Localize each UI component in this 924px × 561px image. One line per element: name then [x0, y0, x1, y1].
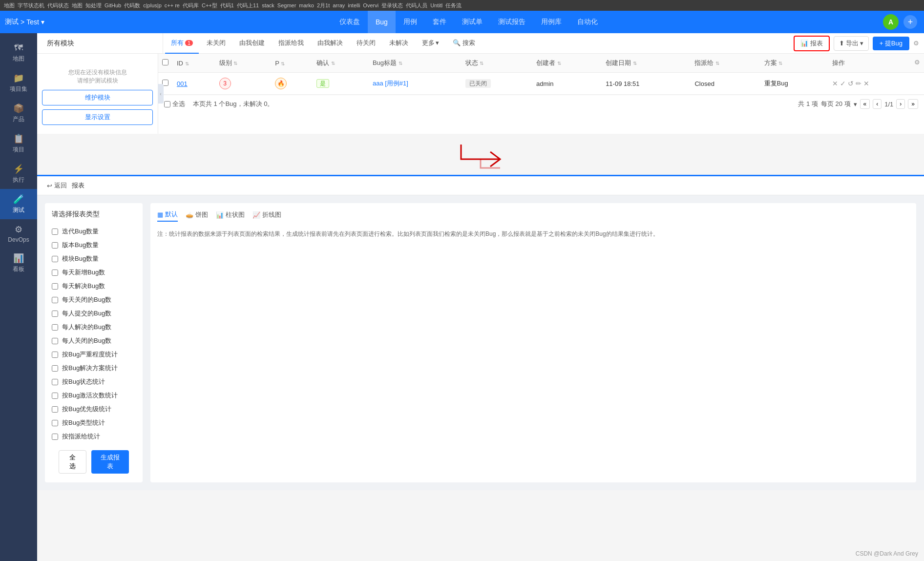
col-settings-icon[interactable]: ⚙ — [914, 59, 920, 66]
tab-unresolved[interactable]: 未解决 — [383, 33, 414, 54]
select-all-checkbox[interactable] — [162, 59, 168, 65]
nav-item-case-library[interactable]: 用例库 — [533, 11, 569, 33]
close-action-icon[interactable]: ✕ — [832, 80, 838, 87]
tab-assigned-to-me[interactable]: 指派给我 — [273, 33, 310, 54]
checkbox-activate[interactable] — [52, 393, 58, 399]
generate-report-button[interactable]: 生成报表 — [91, 450, 129, 474]
report-footer: 全选 生成报表 — [52, 443, 136, 476]
chart-tab-bar[interactable]: 📊 柱状图 — [216, 210, 245, 221]
add-icon[interactable]: + — [903, 15, 917, 29]
bug-id-link[interactable]: 001 — [177, 80, 188, 87]
pie-chart-icon: 🥧 — [186, 211, 193, 219]
col-date: 创建日期 ⇅ — [602, 54, 691, 73]
browser-tab: 代码数 — [124, 2, 140, 9]
report-button[interactable]: 📊 报表 — [794, 36, 830, 51]
main-content: 🗺 地图 📁 项目集 📦 产品 📋 项目 ⚡ 执行 🧪 测试 — [0, 33, 924, 561]
bug-title[interactable]: aaa [用例#1] — [369, 73, 462, 95]
checkbox-daily-resolve[interactable] — [52, 283, 58, 290]
checkbox-solution-stat[interactable] — [52, 365, 58, 372]
checkbox-daily-new[interactable] — [52, 270, 58, 276]
nav-item-test-report[interactable]: 测试报告 — [490, 11, 533, 33]
maintain-module-button[interactable]: 维护模块 — [42, 90, 153, 105]
checkbox-person-submit[interactable] — [52, 311, 58, 317]
sidebar-item-kanban[interactable]: 📊 看板 — [0, 248, 37, 278]
chart-tab-line[interactable]: 📈 折线图 — [252, 210, 281, 221]
tab-more[interactable]: 更多 ▾ — [416, 33, 445, 54]
export-button[interactable]: ⬆ 导出 ▾ — [834, 36, 869, 51]
nav-item-automation[interactable]: 自动化 — [569, 11, 606, 33]
label-person-resolve: 每人解决的Bug数 — [62, 323, 111, 332]
sidebar-item-project[interactable]: 📋 项目 — [0, 128, 37, 159]
edit-action-icon[interactable]: ✏ — [856, 80, 861, 87]
export-icon: ⬆ — [839, 40, 844, 47]
checkbox-person-close[interactable] — [52, 338, 58, 344]
label-daily-resolve: 每天解决Bug数 — [62, 282, 105, 291]
next-page-btn[interactable]: › — [896, 99, 905, 109]
browser-tab: 代码库 — [183, 2, 199, 9]
checkbox-status-stat[interactable] — [52, 379, 58, 385]
breadcrumb-arrow[interactable]: ▾ — [41, 18, 44, 26]
browser-tab: 字节状态机 — [18, 2, 44, 9]
last-page-btn[interactable]: » — [908, 99, 918, 109]
devops-icon: ⚙ — [15, 224, 22, 235]
arrow-divider — [37, 134, 924, 175]
collapse-handle[interactable]: ‹ — [158, 84, 164, 104]
confirm-action-icon[interactable]: ✓ — [840, 80, 846, 87]
chart-tab-default[interactable]: ▦ 默认 — [157, 210, 178, 222]
sidebar-item-test[interactable]: 🧪 测试 — [0, 189, 37, 219]
avatar[interactable]: A — [883, 14, 899, 30]
checkbox-severity[interactable] — [52, 352, 58, 358]
nav-item-cases[interactable]: 用例 — [396, 11, 425, 33]
test-icon: 🧪 — [13, 194, 24, 205]
footer-select-all-checkbox[interactable] — [164, 101, 170, 107]
checkbox-type-stat[interactable] — [52, 420, 58, 426]
nav-item-suite[interactable]: 套件 — [425, 11, 454, 33]
breadcrumb-test[interactable]: 测试 — [5, 18, 19, 26]
add-bug-button[interactable]: + 提Bug — [873, 37, 909, 50]
checkbox-person-resolve[interactable] — [52, 324, 58, 331]
browser-tab: 登录状态 — [381, 2, 403, 9]
nav-item-test-plan[interactable]: 测试单 — [454, 11, 490, 33]
breadcrumb-test2[interactable]: Test — [26, 18, 39, 26]
select-all-button[interactable]: 全选 — [59, 450, 86, 474]
checkbox-module[interactable] — [52, 256, 58, 262]
back-button[interactable]: ↩ 返回 — [47, 181, 67, 190]
tab-search[interactable]: 🔍 搜索 — [447, 33, 481, 54]
label-module: 模块Bug数量 — [62, 254, 99, 263]
sidebar-item-label: 看板 — [13, 265, 24, 273]
chart-tab-pie[interactable]: 🥧 饼图 — [186, 210, 208, 221]
default-chart-icon: ▦ — [157, 211, 163, 218]
display-settings-button[interactable]: 显示设置 — [42, 109, 153, 125]
report-type-item-iteration: 迭代Bug数量 — [52, 225, 136, 238]
first-page-btn[interactable]: « — [860, 99, 870, 109]
checkbox-daily-close[interactable] — [52, 297, 58, 303]
nav-item-dashboard[interactable]: 仪表盘 — [332, 11, 368, 33]
tab-unclosed[interactable]: 未关闭 — [201, 33, 231, 54]
checkbox-priority-stat[interactable] — [52, 406, 58, 413]
checkbox-assignee-stat[interactable] — [52, 434, 58, 440]
tab-pending-close[interactable]: 待关闭 — [351, 33, 381, 54]
col-priority: P ⇅ — [271, 54, 313, 73]
sidebar-item-label: 测试 — [13, 206, 24, 214]
settings-icon[interactable]: ⚙ — [913, 40, 919, 47]
sub-tabs-bar: 所有模块 所有 1 未关闭 由我创建 指派给我 由我解决 待关闭 未解决 更多 … — [37, 33, 924, 54]
page-area: 所有模块 所有 1 未关闭 由我创建 指派给我 由我解决 待关闭 未解决 更多 … — [37, 33, 924, 561]
tab-created-by-me[interactable]: 由我创建 — [233, 33, 271, 54]
tab-resolved-by-me[interactable]: 由我解决 — [312, 33, 349, 54]
delete-action-icon[interactable]: ✕ — [863, 80, 869, 87]
checkbox-iteration[interactable] — [52, 229, 58, 235]
sidebar-item-map[interactable]: 🗺 地图 — [0, 38, 37, 68]
tab-all[interactable]: 所有 1 — [165, 33, 199, 54]
prev-page-btn[interactable]: ‹ — [873, 99, 882, 109]
sidebar-item-devops[interactable]: ⚙ DevOps — [0, 219, 37, 248]
default-chart-label: 默认 — [165, 210, 178, 219]
sidebar-item-project-set[interactable]: 📁 项目集 — [0, 68, 37, 98]
checkbox-version[interactable] — [52, 242, 58, 249]
sidebar-item-execute[interactable]: ⚡ 执行 — [0, 159, 37, 189]
per-page-arrow[interactable]: ▾ — [854, 101, 857, 108]
nav-item-bug[interactable]: Bug — [368, 11, 396, 33]
sidebar-item-product[interactable]: 📦 产品 — [0, 98, 37, 128]
assignee-cell: Closed — [691, 73, 760, 95]
reopen-action-icon[interactable]: ↺ — [848, 80, 854, 87]
sidebar-item-label: 产品 — [13, 115, 24, 124]
